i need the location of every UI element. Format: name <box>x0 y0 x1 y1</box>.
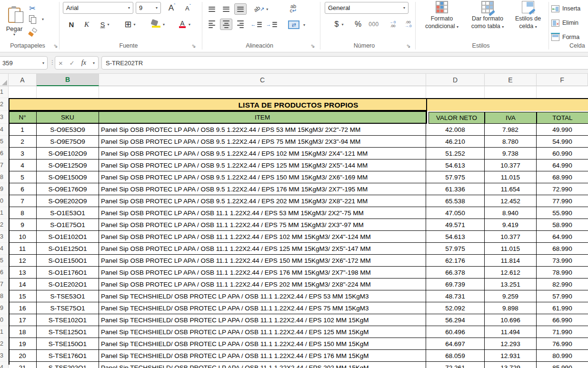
cell-n[interactable]: 18 <box>9 326 37 338</box>
cell-iva[interactable]: 9.419 <box>485 219 537 231</box>
cell-n[interactable]: 3 <box>9 148 37 159</box>
cell-item[interactable]: Panel Sip OSB PROTEC LP APA / OSB 9.5 1.… <box>99 171 426 183</box>
cell-iva[interactable]: 9.259 <box>485 290 537 302</box>
cell-item[interactable]: Panel Sip OSB PROTEC LP APA / OSB 9.5 1.… <box>99 195 426 207</box>
cell-sku[interactable]: S-O1E150O1 <box>37 255 99 267</box>
shrink-font-button[interactable]: Aˇ <box>181 2 195 14</box>
cell-total[interactable]: 61.990 <box>537 302 588 314</box>
cancel-icon[interactable]: × <box>59 59 63 67</box>
formula-input[interactable]: S-TRE202TR <box>101 56 588 70</box>
cell-valor-neto[interactable]: 65.538 <box>426 195 485 207</box>
cell-iva[interactable]: 12.452 <box>485 195 537 207</box>
cell-sku[interactable]: S-O1E75O1 <box>37 219 99 231</box>
row-header-363[interactable]: 363 <box>0 231 9 243</box>
cell-sku[interactable]: S-TSE102O1 <box>37 314 99 326</box>
table-header-n[interactable]: N° <box>9 111 37 124</box>
cut-button[interactable]: ✂ <box>27 3 38 13</box>
cell-iva[interactable]: 10.696 <box>485 314 537 326</box>
orientation-button[interactable]: ab ↗ ▾ <box>251 3 270 15</box>
cell-item[interactable]: Panel Sip OSB PROTEC LP APA / OSB 9.5 1.… <box>99 183 426 195</box>
row-header-360[interactable]: 360 <box>0 195 9 207</box>
cell-n[interactable]: 6 <box>9 183 37 195</box>
cell-sku[interactable]: S-O9E150O9 <box>37 171 99 183</box>
cell-iva[interactable]: 12.931 <box>485 350 537 362</box>
number-format-combo[interactable]: General ▾ <box>325 2 409 14</box>
row-header-351[interactable]: 351 <box>0 86 9 98</box>
row-header-372[interactable]: 372 <box>0 338 9 350</box>
font-color-button[interactable]: A ▾ <box>173 18 195 30</box>
cell-sku[interactable]: S-O1E202O1 <box>37 278 99 290</box>
cell-valor-neto[interactable]: 69.739 <box>426 278 485 290</box>
cell-item[interactable]: Panel Sip OSB PROTEC LP APA / OSB 9.5 1.… <box>99 148 426 159</box>
chevron-down-icon[interactable]: ▾ <box>42 17 44 21</box>
comma-style-button[interactable]: 000 <box>366 18 382 30</box>
cell-n[interactable]: 11 <box>9 243 37 255</box>
cell-item[interactable]: Panel Sip OSB PROTEC LP APA / OSB 11.1 1… <box>99 231 426 243</box>
cell-valor-neto[interactable]: 68.059 <box>426 350 485 362</box>
cell-total[interactable]: 58.990 <box>537 219 588 231</box>
cell-sku[interactable]: S-O1E102O1 <box>37 231 99 243</box>
grow-font-button[interactable]: Aˆ <box>165 2 179 14</box>
align-top-button[interactable] <box>206 3 218 15</box>
cell-n[interactable]: 17 <box>9 314 37 326</box>
cell-sku[interactable]: S-O9E125O9 <box>37 159 99 171</box>
cell-sku[interactable]: S-O9E202O9 <box>37 195 99 207</box>
cell-valor-neto[interactable]: 61.336 <box>426 183 485 195</box>
cell-valor-neto[interactable]: 56.294 <box>426 314 485 326</box>
cell-n[interactable]: 2 <box>9 136 37 148</box>
cell-item[interactable]: Panel Sip OSB PROTEC LP APA / OSB 11.1 1… <box>99 207 426 219</box>
number-dialog-launcher-icon[interactable]: ⇘ <box>406 43 410 49</box>
align-right-button[interactable] <box>234 19 247 30</box>
cell-total[interactable]: 80.990 <box>537 350 588 362</box>
cell-valor-neto[interactable]: 54.613 <box>426 159 485 171</box>
cell-item[interactable]: Panel Sip OSB PROTEC LP APA / OSB 11.1 1… <box>99 219 426 231</box>
cell-iva[interactable]: 13.729 <box>485 362 537 368</box>
row-header-368[interactable]: 368 <box>0 290 9 302</box>
column-header-C[interactable]: C <box>99 74 426 86</box>
row-header-356[interactable]: 356 <box>0 148 9 159</box>
format-cells-button[interactable]: Forma <box>551 31 588 43</box>
cell-sku[interactable]: S-O9E53O9 <box>37 124 99 136</box>
cell-item[interactable]: Panel Sip OSB PROTEC LP APA / OSB 9.5 1.… <box>99 124 426 136</box>
cell-valor-neto[interactable]: 52.092 <box>426 302 485 314</box>
cell-item[interactable]: Panel Sip OSB PROTEC LP APA / OSB 11.1 1… <box>99 255 426 267</box>
cell-iva[interactable]: 10.377 <box>485 231 537 243</box>
cell-item[interactable]: Panel Sip TECHSHIELD/ OSB PROTEC LP APA … <box>99 314 426 326</box>
cell-n[interactable]: 9 <box>9 219 37 231</box>
cell-iva[interactable]: 10.377 <box>485 159 537 171</box>
cell-iva[interactable]: 11.494 <box>485 326 537 338</box>
cell-sku[interactable]: S-O1E53O1 <box>37 207 99 219</box>
row-header-370[interactable]: 370 <box>0 314 9 326</box>
column-header-B[interactable]: B <box>37 74 99 86</box>
underline-button[interactable]: S ▾ <box>95 18 114 30</box>
paste-button[interactable]: Pegar ▾ <box>3 1 26 41</box>
cell-sku[interactable]: S-TSE150O1 <box>37 338 99 350</box>
cell-n[interactable]: 4 <box>9 159 37 171</box>
align-left-button[interactable] <box>206 19 218 30</box>
cell-n[interactable]: 12 <box>9 255 37 267</box>
cell-iva[interactable]: 8.940 <box>485 207 537 219</box>
percent-button[interactable]: % <box>351 18 365 30</box>
row-header-354[interactable]: 354 <box>0 124 9 136</box>
row-header-369[interactable]: 369 <box>0 302 9 314</box>
alignment-dialog-launcher-icon[interactable]: ⇘ <box>310 43 315 49</box>
drag-handle-icon[interactable]: ⋮ <box>50 59 55 66</box>
row-header-366[interactable]: 366 <box>0 267 9 278</box>
table-title-row[interactable]: LISTA DE PRODUCTOS PROPIOS <box>9 98 588 111</box>
cell-item[interactable]: Panel Sip OSB PROTEC LP APA / OSB 11.1 1… <box>99 243 426 255</box>
conditional-formatting-button[interactable]: Formatocondicional ▾ <box>420 1 464 41</box>
row-header-361[interactable]: 361 <box>0 207 9 219</box>
cell-total[interactable]: 66.990 <box>537 314 588 326</box>
cell-valor-neto[interactable]: 51.252 <box>426 148 485 159</box>
row-header-373[interactable]: 373 <box>0 350 9 362</box>
cell-item[interactable]: Panel Sip OSB PROTEC LP APA / OSB 9.5 1.… <box>99 136 426 148</box>
fx-icon[interactable]: fx <box>81 59 86 67</box>
format-as-table-button[interactable]: Dar formatocomo tabla ▾ <box>466 1 509 41</box>
wrap-text-button[interactable]: ab c↵ <box>286 2 301 15</box>
cell-total[interactable]: 60.990 <box>537 148 588 159</box>
borders-button[interactable]: ⊞ ▾ <box>120 18 140 30</box>
cell-sku[interactable]: S-O9E102O9 <box>37 148 99 159</box>
cell-iva[interactable]: 12.612 <box>485 267 537 278</box>
table-header-valor-neto[interactable]: VALOR NETO <box>429 112 485 124</box>
table-header-item[interactable]: ITEM <box>99 111 426 124</box>
